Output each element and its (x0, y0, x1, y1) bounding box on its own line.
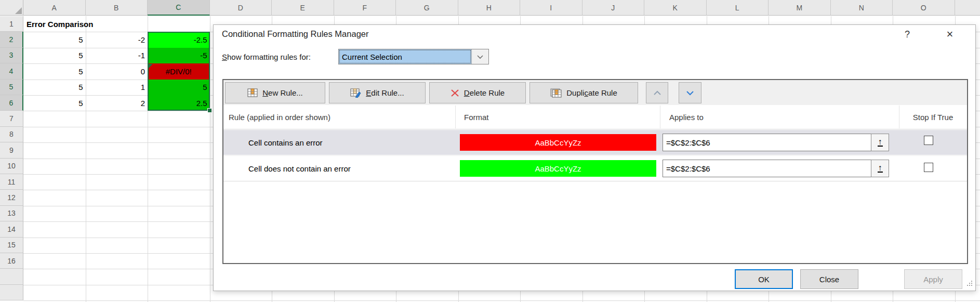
column-header-E[interactable]: E (272, 0, 334, 16)
column-header-M[interactable]: M (769, 0, 831, 16)
row-divider (223, 181, 967, 181)
gridline-horizontal (23, 300, 980, 301)
row-header-8[interactable]: 8 (0, 127, 23, 142)
new-rule-button[interactable]: New Rule... (225, 82, 325, 103)
row-header-9[interactable]: 9 (0, 142, 23, 158)
cell-c2[interactable]: -2.5 (148, 32, 210, 47)
collapse-dialog-icon: ↑ (878, 164, 883, 173)
column-header-D[interactable]: D (210, 0, 272, 16)
delete-rule-label: Delete Rule (464, 88, 505, 97)
rule-name: Cell contains an error (248, 130, 323, 155)
row-header-partial[interactable] (0, 269, 23, 284)
error-indicator-icon (149, 64, 153, 68)
cell-b3[interactable]: -1 (86, 48, 148, 63)
column-header-K[interactable]: K (644, 0, 707, 16)
cell-a4[interactable]: 5 (23, 63, 86, 79)
row-header-14[interactable]: 14 (0, 221, 23, 237)
cell-b6[interactable]: 2 (86, 95, 148, 111)
new-rule-label: New Rule... (262, 88, 303, 97)
cell-c5[interactable]: 5 (148, 80, 210, 95)
row-header-13[interactable]: 13 (0, 206, 23, 221)
column-header-F[interactable]: F (334, 0, 396, 16)
column-header-O[interactable]: O (893, 0, 955, 16)
close-button[interactable]: Close (800, 269, 858, 289)
column-header-I[interactable]: I (520, 0, 582, 16)
column-header-A[interactable]: A (23, 0, 86, 16)
row-header-12[interactable]: 12 (0, 190, 23, 205)
applies-to-input[interactable]: =$C$2:$C$6 (663, 134, 871, 151)
column-header-format: Format (464, 105, 489, 129)
move-rule-down-button[interactable] (679, 82, 701, 103)
cell-a6[interactable]: 5 (23, 95, 86, 111)
range-selector-button[interactable]: ↑ (871, 160, 889, 177)
cell-a2[interactable]: 5 (23, 32, 86, 47)
table-grid-copy-icon (550, 88, 562, 98)
applies-to-input[interactable]: =$C$2:$C$6 (663, 160, 871, 177)
duplicate-rule-button[interactable]: Duplicate Rule (529, 82, 638, 103)
collapse-dialog-icon: ↑ (878, 138, 883, 147)
column-header-rule: Rule (applied in order shown) (229, 105, 330, 129)
show-rules-dropdown[interactable]: Current Selection (338, 49, 489, 64)
row-header-6[interactable]: 6 (0, 95, 23, 111)
rule-row-no-error[interactable]: Cell does not contain an error AaBbCcYyZ… (223, 156, 967, 181)
cell-c4[interactable]: #DIV/0! (148, 63, 210, 79)
column-header-L[interactable]: L (707, 0, 769, 16)
select-all-corner[interactable] (0, 0, 23, 16)
help-icon[interactable]: ? (897, 26, 917, 43)
cell-b5[interactable]: 1 (86, 80, 148, 95)
cell-b2[interactable]: -2 (86, 32, 148, 47)
resize-grip[interactable] (966, 279, 973, 288)
ok-button[interactable]: OK (735, 269, 793, 289)
stop-if-true-checkbox[interactable] (924, 136, 933, 145)
column-header-J[interactable]: J (582, 0, 645, 16)
duplicate-rule-label: Duplicate Rule (566, 88, 617, 97)
excel-window: ABCDEFGHIJKLMNO12345678910111213141516Er… (0, 0, 980, 302)
show-rules-dropdown-value[interactable]: Current Selection (339, 49, 471, 64)
header-divider (223, 129, 967, 129)
row-header-partial[interactable] (0, 285, 23, 300)
row-header-16[interactable]: 16 (0, 253, 23, 269)
cell-a1[interactable]: Error Comparison (27, 16, 182, 32)
column-header-B[interactable]: B (86, 0, 148, 16)
column-header-H[interactable]: H (458, 0, 521, 16)
column-divider (660, 106, 660, 128)
column-header-C[interactable]: C (148, 0, 210, 16)
dialog-title: Conditional Formatting Rules Manager (222, 29, 368, 39)
row-header-5[interactable]: 5 (0, 80, 23, 95)
close-icon[interactable]: × (940, 26, 960, 43)
range-selector-button[interactable]: ↑ (871, 134, 889, 151)
rules-toolbar: New Rule... Edit Rule... Delete Rule Dup… (223, 80, 967, 105)
corner-triangle-icon (15, 7, 22, 14)
column-header-N[interactable]: N (831, 0, 893, 16)
row-header-10[interactable]: 10 (0, 159, 23, 174)
row-header-4[interactable]: 4 (0, 63, 23, 79)
row-header-2[interactable]: 2 (0, 32, 23, 47)
column-header-G[interactable]: G (396, 0, 458, 16)
row-header-15[interactable]: 15 (0, 238, 23, 253)
show-rules-label: Show formatting rules for: (222, 52, 311, 61)
gridline-vertical (210, 16, 210, 302)
rule-name: Cell does not contain an error (248, 156, 351, 181)
cell-c6[interactable]: 2.5 (148, 95, 210, 111)
chevron-down-icon[interactable] (471, 49, 488, 64)
row-header-7[interactable]: 7 (0, 111, 23, 126)
rule-row-error[interactable]: Cell contains an error AaBbCcYyZz =$C$2:… (223, 130, 967, 155)
edit-rule-button[interactable]: Edit Rule... (329, 82, 426, 103)
row-header-3[interactable]: 3 (0, 48, 23, 63)
column-header-partial[interactable] (955, 0, 980, 16)
chevron-up-icon (653, 90, 661, 96)
red-x-icon (451, 89, 459, 97)
format-preview: AaBbCcYyZz (460, 134, 656, 151)
cell-a5[interactable]: 5 (23, 80, 86, 95)
cell-b4[interactable]: 0 (86, 63, 148, 79)
fill-handle[interactable] (207, 108, 212, 113)
cell-c3[interactable]: -5 (148, 48, 210, 63)
stop-if-true-checkbox[interactable] (924, 163, 933, 172)
row-header-1[interactable]: 1 (0, 16, 23, 32)
cell-a3[interactable]: 5 (23, 48, 86, 63)
row-header-11[interactable]: 11 (0, 174, 23, 190)
delete-rule-button[interactable]: Delete Rule (429, 82, 526, 103)
column-header-applies-to: Applies to (669, 105, 704, 129)
apply-button[interactable]: Apply (904, 269, 962, 289)
move-rule-up-button[interactable] (646, 82, 668, 103)
